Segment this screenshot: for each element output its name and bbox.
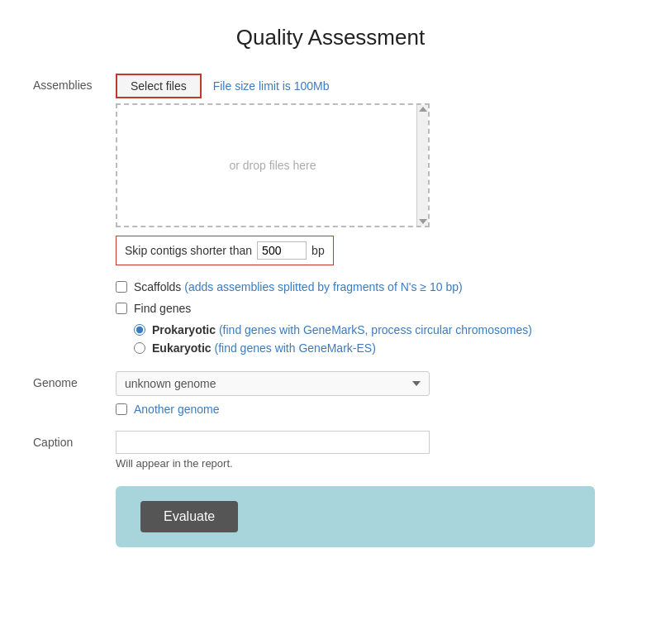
drop-zone[interactable]: or drop files here — [116, 103, 430, 227]
evaluate-section: Evaluate — [116, 486, 595, 547]
genome-select[interactable]: unknown genome E. coli Human Mouse Custo… — [116, 371, 430, 396]
scaffolds-label: Scaffolds (adds assemblies splitted by f… — [134, 280, 463, 293]
eukaryotic-radio[interactable] — [134, 342, 145, 354]
find-genes-row: Find genes — [116, 302, 628, 315]
file-size-info: File size limit is 100Mb — [213, 79, 330, 93]
scaffolds-description: (adds assemblies splitted by fragments o… — [184, 280, 462, 293]
scaffolds-row: Scaffolds (adds assemblies splitted by f… — [116, 280, 628, 293]
caption-row: Caption Will appear in the report. — [33, 431, 628, 470]
gene-type-options: Prokaryotic (find genes with GeneMarkS, … — [134, 323, 628, 355]
genome-row: Genome unknown genome E. coli Human Mous… — [33, 371, 628, 416]
prokaryotic-label: Prokaryotic (find genes with GeneMarkS, … — [152, 323, 532, 336]
find-genes-label: Find genes — [134, 302, 191, 315]
eukaryotic-label-text: Eukaryotic — [152, 341, 212, 355]
select-files-button[interactable]: Select files — [116, 74, 202, 98]
another-genome-link[interactable]: Another genome — [134, 403, 220, 416]
prokaryotic-description: (find genes with GeneMarkS, process circ… — [219, 323, 532, 336]
prokaryotic-label-text: Prokaryotic — [152, 323, 216, 336]
skip-contigs-label-before: Skip contigs shorter than — [125, 244, 252, 257]
eukaryotic-label: Eukaryotic (find genes with GeneMark-ES) — [152, 341, 376, 355]
scrollbar-up-arrow[interactable] — [419, 107, 427, 112]
evaluate-button[interactable]: Evaluate — [140, 501, 238, 532]
assemblies-row: Assemblies Select files File size limit … — [33, 74, 628, 265]
skip-contigs-input[interactable] — [257, 241, 307, 260]
page-title: Quality Assessment — [33, 25, 628, 50]
genome-label: Genome — [33, 371, 116, 389]
caption-input[interactable] — [116, 431, 430, 454]
assemblies-top: Select files File size limit is 100Mb — [116, 74, 628, 98]
prokaryotic-radio[interactable] — [134, 324, 145, 336]
caption-content: Will appear in the report. — [116, 431, 628, 470]
scaffolds-label-text: Scaffolds — [134, 280, 181, 293]
another-genome-row: Another genome — [116, 403, 628, 416]
scrollbar-down-arrow[interactable] — [419, 219, 427, 224]
options-section: Scaffolds (adds assemblies splitted by f… — [116, 280, 628, 355]
prokaryotic-row: Prokaryotic (find genes with GeneMarkS, … — [134, 323, 628, 336]
another-genome-checkbox[interactable] — [116, 403, 127, 415]
genome-content: unknown genome E. coli Human Mouse Custo… — [116, 371, 628, 416]
skip-contigs-row: Skip contigs shorter than bp — [116, 236, 334, 265]
assemblies-label: Assemblies — [33, 74, 116, 92]
caption-hint: Will appear in the report. — [116, 457, 628, 470]
drop-zone-scrollbar — [416, 105, 428, 226]
assemblies-content: Select files File size limit is 100Mb or… — [116, 74, 628, 265]
eukaryotic-description: (find genes with GeneMark-ES) — [214, 341, 375, 355]
scaffolds-checkbox[interactable] — [116, 281, 127, 293]
caption-label: Caption — [33, 431, 116, 449]
find-genes-checkbox[interactable] — [116, 303, 127, 314]
skip-contigs-label-after: bp — [311, 244, 325, 257]
drop-zone-text: or drop files here — [229, 159, 316, 172]
eukaryotic-row: Eukaryotic (find genes with GeneMark-ES) — [134, 341, 628, 355]
